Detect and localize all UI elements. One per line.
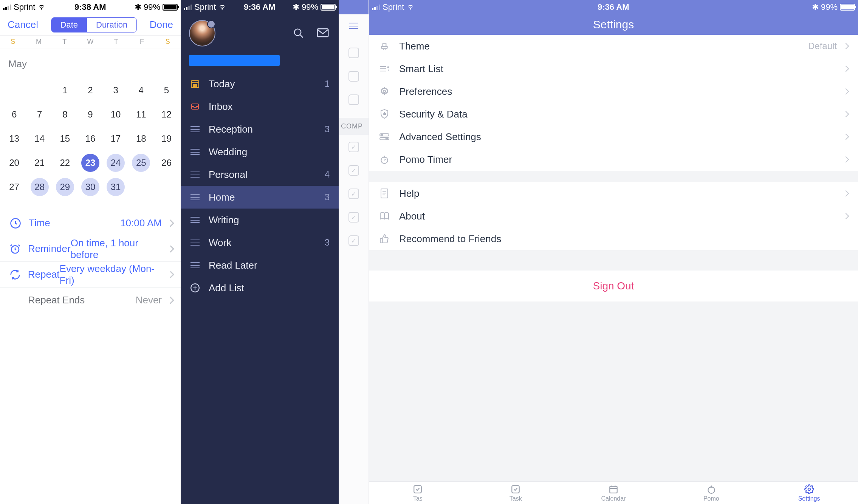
calendar-cell[interactable]: 27 <box>2 178 27 196</box>
calendar-cell[interactable]: 15 <box>52 130 77 148</box>
task-checkbox[interactable] <box>348 94 359 105</box>
settings-row-theme[interactable]: ThemeDefault <box>369 35 858 57</box>
profile-row[interactable] <box>181 14 339 52</box>
task-checkbox-checked[interactable] <box>348 189 359 199</box>
calendar-day[interactable]: 28 <box>31 178 49 196</box>
calendar-grid[interactable]: 1234567891011121314151617181920212223242… <box>0 78 181 199</box>
calendar-day[interactable]: 12 <box>157 105 175 124</box>
settings-row-help[interactable]: Help <box>369 182 858 205</box>
option-row-repeat-ends[interactable]: Repeat EndsNever <box>0 288 181 313</box>
tab-settings[interactable]: Settings <box>760 482 858 504</box>
calendar-day[interactable]: 23 <box>81 154 99 172</box>
calendar-cell[interactable]: 8 <box>52 105 77 124</box>
search-icon[interactable] <box>291 26 306 41</box>
sidebar-item-writing[interactable]: Writing <box>181 209 339 231</box>
done-button[interactable]: Done <box>150 19 173 31</box>
option-row-repeat[interactable]: RepeatEvery weekday (Mon-Fri) <box>0 262 181 288</box>
task-checkbox-checked[interactable] <box>348 235 359 246</box>
sidebar-item-today[interactable]: 23Today1 <box>181 73 339 95</box>
calendar-cell[interactable]: 9 <box>77 105 103 124</box>
calendar-cell[interactable]: 2 <box>77 81 103 99</box>
calendar-cell[interactable]: 22 <box>52 154 77 172</box>
calendar-day[interactable]: 15 <box>56 130 74 148</box>
sidebar-item-personal[interactable]: Personal4 <box>181 163 339 186</box>
sidebar-item-wedding[interactable]: Wedding <box>181 141 339 163</box>
calendar-cell[interactable]: 31 <box>103 178 129 196</box>
calendar-cell[interactable]: 13 <box>2 130 27 148</box>
sign-out-button[interactable]: Sign Out <box>369 271 858 301</box>
calendar-day[interactable]: 31 <box>107 178 125 196</box>
segment-duration[interactable]: Duration <box>87 18 136 32</box>
sidebar-item-home[interactable]: Home3 <box>181 186 339 209</box>
sidebar-item-add-list[interactable]: Add List <box>181 277 339 299</box>
calendar-day[interactable]: 21 <box>31 154 49 172</box>
tab-pomo[interactable]: Pomo <box>662 482 760 504</box>
calendar-day[interactable]: 6 <box>5 105 23 124</box>
settings-row-pomo-timer[interactable]: Pomo Timer <box>369 148 858 171</box>
option-row-reminder[interactable]: ReminderOn time, 1 hour before <box>0 236 181 262</box>
sidebar-item-reception[interactable]: Reception3 <box>181 118 339 141</box>
calendar-cell[interactable]: 12 <box>154 105 179 124</box>
calendar-cell[interactable]: 24 <box>103 154 129 172</box>
task-checkbox[interactable] <box>348 71 359 82</box>
calendar-cell[interactable]: 6 <box>2 105 27 124</box>
calendar-cell[interactable]: 17 <box>103 130 129 148</box>
task-checkbox-checked[interactable] <box>348 165 359 176</box>
calendar-day[interactable]: 13 <box>5 130 23 148</box>
calendar-day[interactable]: 27 <box>5 178 23 196</box>
calendar-cell[interactable]: 11 <box>129 105 154 124</box>
calendar-day[interactable]: 24 <box>107 154 125 172</box>
calendar-day[interactable]: 17 <box>107 130 125 148</box>
option-row-time[interactable]: Time10:00 AM <box>0 210 181 236</box>
task-checkbox-checked[interactable] <box>348 212 359 223</box>
calendar-day[interactable]: 2 <box>81 81 99 99</box>
calendar-day[interactable]: 9 <box>81 105 99 124</box>
calendar-cell[interactable]: 7 <box>27 105 52 124</box>
calendar-day[interactable]: 22 <box>56 154 74 172</box>
calendar-cell[interactable]: 10 <box>103 105 129 124</box>
task-checkbox[interactable] <box>348 48 359 58</box>
settings-row-smart-list[interactable]: Smart List <box>369 57 858 80</box>
calendar-cell[interactable]: 3 <box>103 81 129 99</box>
calendar-cell[interactable]: 19 <box>154 130 179 148</box>
calendar-day[interactable]: 19 <box>157 130 175 148</box>
calendar-day[interactable]: 14 <box>31 130 49 148</box>
calendar-cell[interactable]: 1 <box>52 81 77 99</box>
tab-tas[interactable]: Tas <box>369 482 467 504</box>
settings-row-preferences[interactable]: Preferences <box>369 80 858 103</box>
calendar-cell[interactable]: 29 <box>52 178 77 196</box>
sidebar-item-work[interactable]: Work3 <box>181 231 339 254</box>
calendar-cell[interactable]: 25 <box>129 154 154 172</box>
calendar-day[interactable]: 1 <box>56 81 74 99</box>
calendar-day[interactable]: 20 <box>5 154 23 172</box>
settings-row-security-data[interactable]: Security & Data <box>369 103 858 125</box>
calendar-day[interactable]: 29 <box>56 178 74 196</box>
calendar-cell[interactable]: 14 <box>27 130 52 148</box>
mail-icon[interactable] <box>315 26 330 41</box>
task-checkbox-checked[interactable] <box>348 142 359 152</box>
calendar-day[interactable]: 7 <box>31 105 49 124</box>
calendar-cell[interactable]: 21 <box>27 154 52 172</box>
calendar-day[interactable]: 10 <box>107 105 125 124</box>
settings-row-recommend-to-friends[interactable]: Recommend to Friends <box>369 227 858 250</box>
sidebar-item-inbox[interactable]: Inbox <box>181 95 339 118</box>
cancel-button[interactable]: Cancel <box>8 19 38 31</box>
calendar-cell[interactable]: 26 <box>154 154 179 172</box>
settings-row-about[interactable]: About <box>369 205 858 227</box>
calendar-cell[interactable]: 4 <box>129 81 154 99</box>
calendar-cell[interactable]: 20 <box>2 154 27 172</box>
calendar-day[interactable]: 11 <box>132 105 150 124</box>
calendar-cell[interactable]: 5 <box>154 81 179 99</box>
calendar-day[interactable]: 4 <box>132 81 150 99</box>
hamburger-icon[interactable] <box>339 14 369 37</box>
date-duration-segmented[interactable]: Date Duration <box>51 17 137 32</box>
calendar-day[interactable]: 26 <box>157 154 175 172</box>
calendar-day[interactable]: 3 <box>107 81 125 99</box>
segment-date[interactable]: Date <box>51 18 87 32</box>
calendar-cell[interactable]: 18 <box>129 130 154 148</box>
tab-calendar[interactable]: Calendar <box>565 482 663 504</box>
sidebar-item-read-later[interactable]: Read Later <box>181 254 339 277</box>
calendar-cell[interactable]: 30 <box>77 178 103 196</box>
calendar-day[interactable]: 16 <box>81 130 99 148</box>
calendar-day[interactable]: 25 <box>132 154 150 172</box>
